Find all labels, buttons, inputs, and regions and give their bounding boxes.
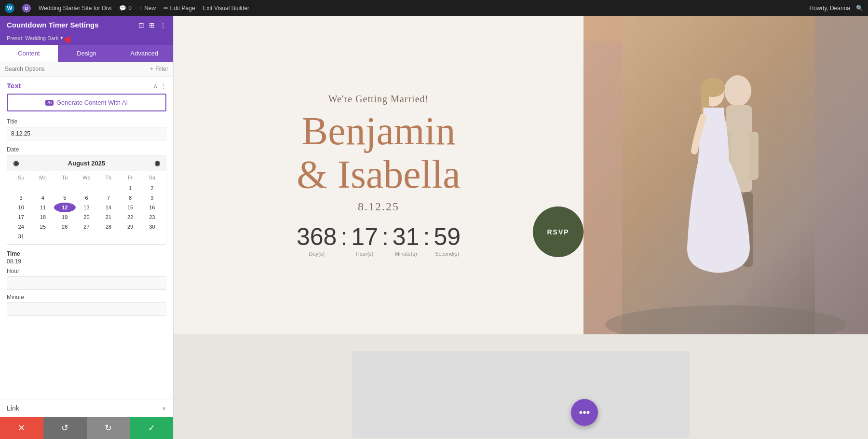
cal-day[interactable]: 29: [119, 222, 141, 232]
day-tu: Tu: [54, 174, 76, 181]
cal-day[interactable]: 17: [10, 212, 32, 222]
cal-day: [32, 232, 54, 241]
divi-logo: D: [25, 6, 28, 11]
cancel-button[interactable]: ✕: [0, 417, 43, 439]
link-section[interactable]: Link ∨: [0, 399, 173, 417]
cal-day[interactable]: 22: [119, 212, 141, 222]
admin-bar: W D Wedding Starter Site for Divi 💬 0 + …: [0, 0, 868, 16]
section-collapse-icon[interactable]: ∧: [153, 82, 158, 89]
cal-day[interactable]: 20: [76, 212, 97, 222]
title-field-group: Title: [7, 118, 166, 140]
cal-day[interactable]: 25: [32, 222, 54, 232]
redo-button[interactable]: ↻: [87, 417, 130, 439]
rsvp-button[interactable]: RSVP: [533, 206, 583, 257]
edit-page-link[interactable]: ✏ Edit Page: [163, 5, 195, 12]
cal-day[interactable]: 19: [54, 212, 76, 222]
day-mo: Mo: [32, 174, 54, 181]
ai-btn-label: Generate Content With AI: [56, 99, 128, 106]
panel-tabs: Content Design Advanced: [0, 45, 173, 62]
cal-day[interactable]: 8: [119, 193, 141, 203]
search-bar: + Filter: [0, 62, 173, 77]
time-section: Time 08:19 Hour Minute: [7, 250, 166, 316]
wedding-content: We're Getting Married! Benjamin & Isabel…: [174, 16, 583, 334]
svg-rect-4: [815, 16, 868, 334]
cancel-icon: ✕: [18, 423, 25, 433]
exit-builder-link[interactable]: Exit Visual Builder: [203, 5, 250, 12]
cal-day[interactable]: 21: [97, 212, 119, 222]
cal-day[interactable]: 18: [32, 212, 54, 222]
ai-badge: AI: [45, 100, 54, 106]
countdown-sep-1: :: [337, 225, 351, 249]
cal-day[interactable]: 12: [54, 203, 76, 212]
cal-day[interactable]: 24: [10, 222, 32, 232]
countdown-hours: 17 Hour(s): [351, 225, 378, 257]
date-label: Date: [7, 146, 166, 153]
fab-icon: •••: [579, 406, 590, 419]
section-more-icon[interactable]: ⋮: [161, 82, 166, 89]
cal-day[interactable]: 23: [141, 212, 163, 222]
cal-next-btn[interactable]: ◉: [154, 159, 160, 167]
cal-day[interactable]: 27: [76, 222, 97, 232]
save-button[interactable]: ✓: [130, 417, 173, 439]
cal-day[interactable]: 16: [141, 203, 163, 212]
undo-button[interactable]: ↺: [43, 417, 87, 439]
cal-day[interactable]: 3: [10, 193, 32, 203]
cal-day[interactable]: 30: [141, 222, 163, 232]
countdown-sep-2: :: [378, 225, 393, 249]
section-controls: ∧ ⋮: [153, 82, 166, 89]
wedding-photo: [583, 16, 868, 334]
new-link[interactable]: + New: [139, 5, 156, 12]
tab-design[interactable]: Design: [58, 45, 116, 62]
svg-rect-2: [583, 40, 622, 334]
countdown-seconds: 59 Second(s): [434, 225, 461, 257]
tab-content[interactable]: Content: [0, 45, 58, 62]
cal-day[interactable]: 26: [54, 222, 76, 232]
panel-icon-more[interactable]: ⋮: [160, 21, 166, 29]
cal-day[interactable]: 13: [76, 203, 97, 212]
panel-icon-copy[interactable]: ⊡: [138, 21, 144, 29]
comments-link[interactable]: 💬 0: [119, 5, 132, 12]
preset-row: Preset: Wedding Dark ▾ ➤: [0, 34, 173, 45]
cal-day: [76, 232, 97, 241]
site-name-link[interactable]: Wedding Starter Site for Divi: [39, 5, 111, 12]
cal-days: 1234567891011121314151617181920212223242…: [10, 183, 163, 241]
preset-label: Preset: Wedding Dark: [7, 35, 58, 41]
cal-day[interactable]: 2: [141, 183, 163, 193]
minute-label: Minute: [7, 294, 166, 301]
ai-generate-button[interactable]: AI Generate Content With AI: [7, 94, 166, 111]
divi-icon[interactable]: D: [22, 4, 31, 13]
day-sa: Sa: [141, 174, 163, 181]
search-input[interactable]: [5, 66, 150, 72]
section-title-text: Text: [7, 82, 21, 90]
cal-day[interactable]: 10: [10, 203, 32, 212]
cal-day[interactable]: 28: [97, 222, 119, 232]
cal-day: [97, 232, 119, 241]
cal-day[interactable]: 15: [119, 203, 141, 212]
day-we: We: [76, 174, 97, 181]
fab-button[interactable]: •••: [571, 399, 598, 426]
admin-search-icon[interactable]: 🔍: [856, 5, 863, 12]
title-input[interactable]: [7, 127, 166, 140]
hour-input[interactable]: [7, 276, 166, 290]
cal-day[interactable]: 9: [141, 193, 163, 203]
cal-day[interactable]: 31: [10, 232, 32, 241]
cal-day[interactable]: 6: [76, 193, 97, 203]
hour-label: Hour: [7, 268, 166, 274]
panel-icon-grid[interactable]: ⊞: [149, 21, 155, 29]
cal-day[interactable]: 4: [32, 193, 54, 203]
filter-button[interactable]: + Filter: [150, 66, 168, 72]
minute-input[interactable]: [7, 302, 166, 316]
cal-day[interactable]: 1: [119, 183, 141, 193]
wordpress-icon[interactable]: W: [5, 3, 14, 13]
cal-day[interactable]: 11: [32, 203, 54, 212]
tab-advanced[interactable]: Advanced: [115, 45, 173, 62]
cal-day[interactable]: 7: [97, 193, 119, 203]
cal-day: [10, 183, 32, 193]
cal-prev-btn[interactable]: ◉: [13, 159, 19, 167]
countdown-minutes: 31 Minute(s): [393, 225, 420, 257]
cal-day: [119, 232, 141, 241]
calendar-grid: Su Mo Tu We Th Fr Sa 1234567891011121314…: [7, 171, 166, 244]
cal-day[interactable]: 5: [54, 193, 76, 203]
link-label: Link: [7, 404, 19, 412]
cal-day[interactable]: 14: [97, 203, 119, 212]
